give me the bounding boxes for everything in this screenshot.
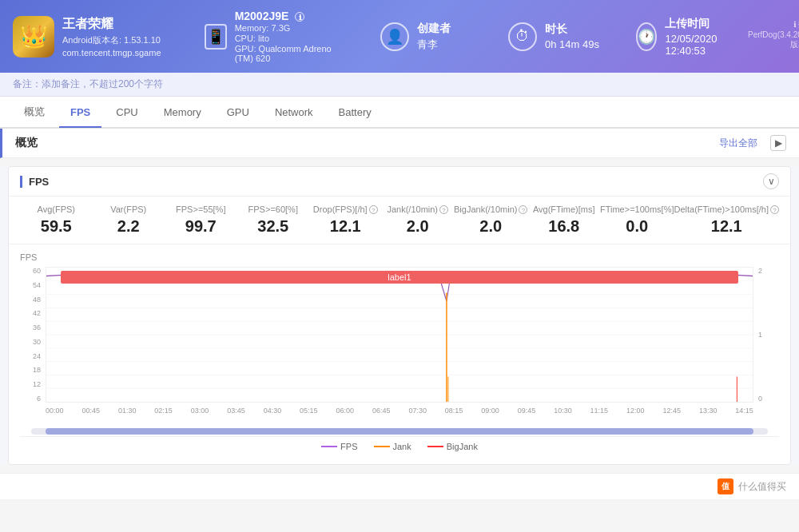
creator-name: 青李 [417, 38, 451, 52]
app-name: 王者荣耀 [62, 16, 161, 33]
note-bar[interactable]: 备注：添加备注，不超过200个字符 [0, 73, 799, 97]
note-placeholder: 备注：添加备注，不超过200个字符 [13, 78, 163, 89]
duration-label: 时长 [545, 22, 599, 37]
fps-stats-row: Avg(FPS) 59.5 Var(FPS) 2.2 FPS>=55[%] 99… [9, 197, 790, 244]
stat-avg-ftime: Avg(FTime)[ms] 16.8 [527, 204, 600, 236]
fps-chart-label: FPS [20, 252, 779, 262]
legend-bigjank-label: BigJank [447, 442, 478, 451]
tab-overview[interactable]: 概览 [13, 97, 56, 129]
creator-text: 创建者 青李 [417, 22, 451, 52]
stat-avg-fps: Avg(FPS) 59.5 [20, 204, 93, 236]
footer-bar: 值 什么值得买 [0, 473, 799, 499]
header-right: ℹ 数据由PerfDog(3.4.200310)版本采集 [748, 19, 799, 54]
tab-network[interactable]: Network [264, 98, 324, 128]
fps-card: FPS ∨ Avg(FPS) 59.5 Var(FPS) 2.2 FPS>=55… [8, 166, 791, 465]
legend-jank-label: Jank [393, 442, 411, 451]
fps-chart-area: FPS 60 54 48 42 36 30 24 18 12 6 2 [9, 244, 790, 464]
upload-text: 上传时间 12/05/2020 12:40:53 [665, 17, 732, 57]
duration-icon: ⏱ [508, 22, 537, 51]
device-memory: Memory: 7.3G [235, 23, 348, 33]
fps-label-bar: label1 [61, 271, 739, 284]
fps-chart-scroll-thumb[interactable] [46, 428, 753, 435]
creator-icon: 👤 [380, 22, 409, 51]
fps-card-header: FPS ∨ [9, 167, 790, 197]
upload-info: 🕐 上传时间 12/05/2020 12:40:53 [636, 17, 732, 57]
device-text: M2002J9E ℹ Memory: 7.3G CPU: lito GPU: Q… [235, 10, 348, 63]
tab-memory[interactable]: Memory [153, 98, 213, 128]
legend-fps: FPS [321, 442, 357, 451]
section-header: 概览 导出全部 ▶ [0, 129, 799, 158]
fps-y-axis-left: 60 54 48 42 36 30 24 18 12 6 [20, 267, 44, 403]
stat-jank: Jank(/10min) ? 2.0 [382, 204, 455, 236]
fps-y-axis-right: 2 1 0 [755, 267, 779, 403]
legend-bigjank: BigJank [427, 442, 478, 451]
header: 👑 王者荣耀 Android版本名: 1.53.1.10 com.tencent… [0, 0, 799, 73]
section-title: 概览 [15, 136, 38, 150]
device-gpu: GPU: Qualcomm Adreno (TM) 620 [235, 44, 348, 63]
data-source: ℹ 数据由PerfDog(3.4.200310)版本采集 [748, 19, 799, 50]
fps-time-axis: 00:00 00:45 01:30 02:15 03:00 03:45 04:3… [46, 407, 753, 427]
fps-card-collapse-button[interactable]: ∨ [763, 173, 779, 189]
device-info: 📱 M2002J9E ℹ Memory: 7.3G CPU: lito GPU:… [205, 10, 348, 63]
fps-card-title: FPS [20, 176, 49, 188]
legend-jank-line [374, 446, 390, 447]
tab-cpu[interactable]: CPU [105, 98, 149, 128]
duration-text: 时长 0h 14m 49s [545, 22, 599, 50]
device-name: M2002J9E ℹ [235, 10, 348, 22]
stat-bigjank: BigJank(/10min) ? 2.0 [454, 204, 527, 236]
fps-chart-scrollbar[interactable] [31, 428, 768, 435]
stat-drop-fps: Drop(FPS)[/h] ? 12.1 [309, 204, 382, 236]
fps-chart-legend: FPS Jank BigJank [20, 436, 779, 456]
app-package: com.tencent.tmgp.sgame [62, 48, 161, 58]
app-info: 👑 王者荣耀 Android版本名: 1.53.1.10 com.tencent… [13, 16, 173, 58]
app-text: 王者荣耀 Android版本名: 1.53.1.10 com.tencent.t… [62, 16, 161, 58]
drop-fps-help-icon[interactable]: ? [369, 205, 378, 214]
tab-fps[interactable]: FPS [59, 98, 101, 128]
jank-help-icon[interactable]: ? [439, 205, 448, 214]
fps-chart-inner: label1 [46, 267, 753, 403]
stat-var-fps: Var(FPS) 2.2 [93, 204, 165, 236]
bigjank-help-icon[interactable]: ? [519, 205, 527, 214]
tab-bar: 概览 FPS CPU Memory GPU Network Battery [0, 97, 799, 129]
duration-info: ⏱ 时长 0h 14m 49s [508, 22, 604, 51]
stat-fps-60: FPS>=60[%] 32.5 [237, 204, 310, 236]
footer-logo: 值 什么值得买 [718, 478, 786, 494]
stat-delta-ftime: Delta(FTime)>100ms[/h] ? 12.1 [674, 204, 780, 236]
export-button[interactable]: 导出全部 [719, 137, 757, 150]
duration-value: 0h 14m 49s [545, 38, 599, 50]
device-info-badge[interactable]: ℹ [295, 12, 304, 22]
upload-icon: 🕐 [636, 22, 657, 51]
footer-logo-icon: 值 [718, 478, 733, 494]
upload-label: 上传时间 [665, 17, 732, 31]
section-collapse-button[interactable]: ▶ [770, 135, 786, 151]
stat-fps-55: FPS>=55[%] 99.7 [165, 204, 237, 236]
delta-ftime-help-icon[interactable]: ? [770, 205, 779, 214]
main-content: FPS ∨ Avg(FPS) 59.5 Var(FPS) 2.2 FPS>=55… [0, 166, 799, 465]
upload-value: 12/05/2020 12:40:53 [665, 33, 732, 57]
legend-fps-label: FPS [340, 442, 357, 451]
legend-fps-line [321, 446, 337, 447]
app-icon: 👑 [13, 16, 54, 58]
stat-ftime-100: FTime>=100ms[%] 0.0 [600, 204, 674, 236]
fps-chart-svg [46, 268, 753, 402]
app-android-version: Android版本名: 1.53.1.10 [62, 34, 161, 46]
creator-info: 👤 创建者 青李 [380, 22, 476, 52]
device-icon: 📱 [205, 24, 227, 50]
footer-site-name: 什么值得买 [738, 480, 786, 494]
legend-bigjank-line [427, 446, 443, 447]
tab-battery[interactable]: Battery [328, 98, 383, 128]
tab-gpu[interactable]: GPU [216, 98, 260, 128]
legend-jank: Jank [374, 442, 411, 451]
device-cpu: CPU: lito [235, 34, 348, 43]
fps-chart-container: 60 54 48 42 36 30 24 18 12 6 2 1 0 [20, 267, 779, 427]
creator-label: 创建者 [417, 22, 451, 36]
